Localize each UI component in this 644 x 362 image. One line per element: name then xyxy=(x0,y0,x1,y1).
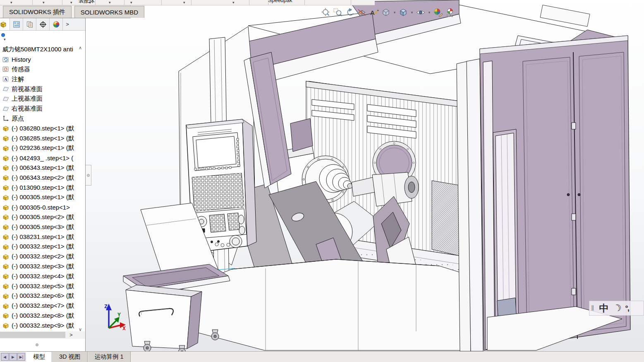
tree-item[interactable]: (-) 000332.step<9> (默 xyxy=(0,321,86,331)
part-icon xyxy=(2,224,10,231)
tree-item[interactable]: (-) 038231.step<1> (默 xyxy=(0,232,86,242)
tree-item-label: (-) 000332.step<3> (默 xyxy=(12,263,74,270)
panel-splitter-grip[interactable] xyxy=(36,343,38,346)
tab-scroll-button[interactable]: ▶| xyxy=(17,353,25,361)
dropdown-caret-icon[interactable]: ▾ xyxy=(10,0,12,5)
viewport-edge-splitter[interactable] xyxy=(86,165,91,186)
part-icon xyxy=(2,312,10,319)
tree-item[interactable]: History xyxy=(0,55,86,65)
splitter-dot-icon xyxy=(87,174,90,177)
tree-item[interactable]: (-) 000332.step<8> (默 xyxy=(0,311,86,321)
tree-item-label: 注解 xyxy=(12,75,24,83)
tab-scroll-button[interactable]: ◀ xyxy=(1,353,9,361)
feature-tree: 威力铭508MT2X1000 anti History传感器A注解前视基准面上视… xyxy=(0,45,86,349)
dropdown-caret-icon[interactable]: ▾ xyxy=(130,0,132,5)
tree-item[interactable]: (-) 000332.step<4> (默 xyxy=(0,271,86,281)
tree-item[interactable]: (-) 000332.step<5> (默 xyxy=(0,281,86,291)
view-orientation-icon[interactable] xyxy=(381,7,391,18)
part-icon xyxy=(2,154,10,162)
tree-item[interactable]: (-) 029236.step<1> (默 xyxy=(0,143,86,153)
dropdown-caret-icon[interactable]: ▾ xyxy=(109,0,111,5)
tree-item-label: 原点 xyxy=(12,115,24,123)
tree-item[interactable]: (-) 000305-0.step<1> xyxy=(0,203,86,212)
tree-item[interactable]: (-) 000305.step<1> (默 xyxy=(0,193,86,203)
tree-item-label: (-) 042493_ .step<1> ( xyxy=(12,154,73,162)
tree-item[interactable]: (-) 042493_ .step<1> ( xyxy=(0,153,86,163)
tree-item-label: (-) 000305-0.step<1> xyxy=(12,204,70,211)
filter-caret-icon[interactable]: ▾ xyxy=(4,37,6,41)
tree-item[interactable]: (-) 000332.step<3> (默 xyxy=(0,262,86,272)
tree-item[interactable]: (-) 000332.step<2> (默 xyxy=(0,252,86,262)
tree-item[interactable]: (-) 000305.step<2> (默 xyxy=(0,212,86,222)
dropdown-caret-icon[interactable]: ▾ xyxy=(43,0,45,5)
zoom-to-area-icon[interactable] xyxy=(333,7,343,18)
tab-nav-buttons: ◀▶▶| xyxy=(0,352,26,362)
ime-language-bar[interactable]: ‖ 中 ☽ °, xyxy=(589,301,644,316)
tree-item[interactable]: 右视基准面 xyxy=(0,104,86,114)
tree-item[interactable]: (-) 036285.step<1> (默 xyxy=(0,133,86,143)
tree-item[interactable]: A注解 xyxy=(0,74,86,84)
tree-item[interactable]: 传感器 xyxy=(0,65,86,75)
tree-scroll-up-icon[interactable]: ∧ xyxy=(79,46,82,50)
part-icon xyxy=(2,273,10,280)
scrollbar-right-icon[interactable]: > xyxy=(69,332,73,338)
dropdown-caret-icon[interactable]: ▾ xyxy=(183,0,185,5)
hide-show-caret-icon[interactable]: ▾ xyxy=(427,10,431,14)
part-icon xyxy=(2,283,10,290)
tree-item-label: 前视基准面 xyxy=(12,85,43,93)
graphics-viewport[interactable]: Z X Y xyxy=(86,0,644,351)
tree-item[interactable]: 上视基准面 xyxy=(0,94,86,104)
tree-item[interactable]: (-) 036280.step<1> (默 xyxy=(0,123,86,133)
tree-root-item[interactable]: 威力铭508MT2X1000 anti xyxy=(0,45,86,55)
tree-item[interactable]: (-) 013090.step<1> (默 xyxy=(0,183,86,193)
property-manager-tab[interactable] xyxy=(10,18,23,30)
tree-item-label: (-) 000305.step<1> (默 xyxy=(12,193,74,201)
bottom-tab-inactive[interactable]: 3D 视图 xyxy=(52,352,88,362)
commandmanager-tab-row: SOLIDWORKS 插件 SOLIDWORKS MBD xyxy=(0,5,131,18)
bottom-tab-inactive[interactable]: 运动算例 1 xyxy=(88,352,131,362)
display-manager-tab[interactable] xyxy=(50,18,63,30)
annotation-visibility-icon[interactable]: A xyxy=(369,7,379,18)
triad-x-label: X xyxy=(122,325,126,331)
tree-item-label: 传感器 xyxy=(12,65,30,73)
tab-scroll-button[interactable]: ▶ xyxy=(9,353,17,361)
tree-item[interactable]: 原点 xyxy=(0,114,86,124)
tree-item[interactable]: (-) 006343.step<2> (默 xyxy=(0,173,86,183)
svg-text:A: A xyxy=(4,77,7,82)
previous-view-icon[interactable] xyxy=(345,7,355,18)
dropdown-caret-icon[interactable]: ▾ xyxy=(70,0,72,5)
tab-solidworks-mbd[interactable]: SOLIDWORKS MBD xyxy=(74,6,144,18)
tree-item[interactable]: (-) 000305.step<3> (默 xyxy=(0,222,86,232)
featuremanager-design-tree-tab[interactable] xyxy=(0,18,10,30)
dropdown-caret-icon[interactable]: ▾ xyxy=(232,0,235,5)
tree-item[interactable]: (-) 006343.step<1> (默 xyxy=(0,163,86,173)
zoom-to-fit-icon[interactable] xyxy=(321,7,331,18)
tree-horizontal-scrollbar[interactable]: > xyxy=(0,331,86,339)
tree-item[interactable]: (-) 000332.step<7> (默 xyxy=(0,301,86,311)
section-view-icon[interactable] xyxy=(357,7,367,18)
tree-item[interactable]: (-) 000332.step<6> (默 xyxy=(0,291,86,301)
part-icon xyxy=(2,194,10,201)
scrollbar-thumb[interactable] xyxy=(0,332,65,338)
configuration-manager-tab[interactable] xyxy=(23,18,36,30)
filter-icon[interactable] xyxy=(1,33,5,37)
bottom-tab-active[interactable]: 模型 xyxy=(26,351,52,362)
ime-language-mode[interactable]: 中 xyxy=(596,302,611,315)
apply-scene-icon[interactable] xyxy=(445,7,455,18)
display-style-icon[interactable] xyxy=(398,7,409,18)
tree-scroll-down-icon[interactable]: ∨ xyxy=(79,327,82,331)
tree-item[interactable]: 前视基准面 xyxy=(0,84,86,94)
edit-appearance-icon[interactable] xyxy=(433,7,443,18)
panel-expand-icon[interactable]: > xyxy=(63,18,72,30)
tree-root-label: 威力铭508MT2X1000 anti xyxy=(2,46,73,53)
bottom-tab-bar: ◀▶▶| 模型3D 视图运动算例 1 xyxy=(0,351,644,362)
ime-halfwidth-moon-icon[interactable]: ☽ xyxy=(610,301,625,316)
display-style-caret-icon[interactable]: ▾ xyxy=(410,10,414,14)
tree-item[interactable]: (-) 000332.step<1> (默 xyxy=(0,242,86,252)
view-orientation-caret-icon[interactable]: ▾ xyxy=(393,10,397,14)
ime-grip-icon[interactable]: ‖ xyxy=(589,304,596,313)
tab-solidworks-addins[interactable]: SOLIDWORKS 插件 xyxy=(3,6,72,18)
dimxpert-manager-tab[interactable] xyxy=(36,18,50,30)
hide-show-items-icon[interactable] xyxy=(415,7,426,18)
toolbar-label-fragment: Speedpak xyxy=(268,0,292,3)
